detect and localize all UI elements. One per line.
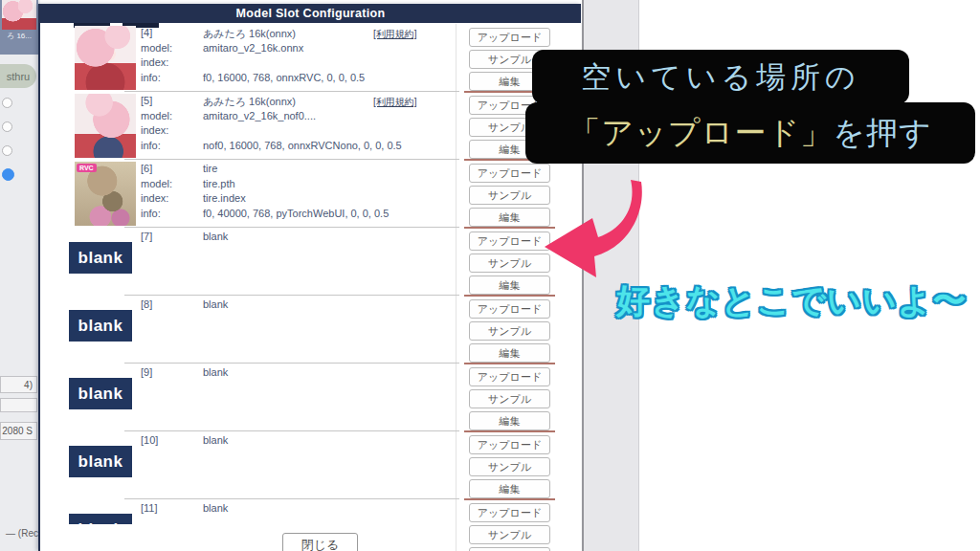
model-slot-configuration-dialog: Model Slot Configuration [4] あみたろ 16k(on… bbox=[38, 4, 581, 551]
slot-thumbnail bbox=[75, 26, 136, 90]
row-separator bbox=[124, 363, 459, 364]
sample-button[interactable]: サンプル bbox=[469, 253, 550, 273]
upload-button[interactable]: アップロード bbox=[469, 503, 550, 522]
index-label: index: bbox=[141, 56, 168, 68]
model-value: amitaro_v2_16k_nof0.... bbox=[203, 110, 316, 121]
slot-id: [8] bbox=[141, 298, 152, 310]
row-separator bbox=[124, 430, 459, 431]
close-button[interactable]: 閉じる bbox=[282, 533, 358, 551]
model-value: tire.pth bbox=[203, 178, 235, 189]
slot-name: blank bbox=[203, 434, 228, 446]
slot-name: tire bbox=[203, 163, 217, 174]
edit-button[interactable]: 編集 bbox=[469, 140, 550, 159]
upload-button[interactable]: アップロード bbox=[469, 96, 550, 115]
background-field[interactable] bbox=[0, 398, 37, 412]
slot-id: [7] bbox=[141, 231, 152, 242]
background-model-tile[interactable]: ろ 16... bbox=[0, 0, 38, 55]
button-column-separator bbox=[464, 363, 555, 364]
model-label: model: bbox=[141, 178, 172, 189]
button-column-separator bbox=[464, 295, 555, 297]
slot-id: [4] bbox=[141, 27, 152, 38]
index-label: index: bbox=[141, 124, 168, 136]
info-label: info: bbox=[141, 208, 161, 219]
slot-id: [9] bbox=[141, 366, 152, 378]
row-separator bbox=[124, 295, 459, 296]
background-field[interactable]: 4) bbox=[0, 376, 37, 393]
radio-checked[interactable] bbox=[2, 168, 14, 181]
info-label: info: bbox=[141, 140, 161, 151]
upload-button[interactable]: アップロード bbox=[469, 435, 550, 454]
model-tile-artwork bbox=[2, 0, 36, 30]
upload-button[interactable]: アップロード bbox=[469, 231, 550, 251]
edit-button[interactable]: 編集 bbox=[469, 479, 550, 498]
edit-button[interactable]: 編集 bbox=[469, 72, 550, 91]
edit-button[interactable]: 編集 bbox=[469, 276, 550, 295]
button-column-separator bbox=[464, 430, 555, 432]
row-separator bbox=[124, 227, 459, 228]
edit-button[interactable]: 編集 bbox=[469, 343, 550, 363]
slot-thumbnail bbox=[75, 94, 136, 158]
sample-button[interactable]: サンプル bbox=[469, 457, 550, 476]
terms-of-use-link[interactable]: [利用規約] bbox=[373, 28, 417, 41]
slot-id: [11] bbox=[141, 502, 158, 514]
slot-name: blank bbox=[203, 231, 228, 242]
info-value: f0, 16000, 768, onnxRVC, 0, 0, 0.5 bbox=[203, 72, 365, 83]
model-label: model: bbox=[141, 42, 172, 54]
info-label: info: bbox=[141, 72, 161, 83]
model-tile-caption: ろ 16... bbox=[0, 31, 38, 41]
radio-unchecked[interactable] bbox=[2, 145, 12, 156]
blank-badge: blank bbox=[69, 310, 132, 342]
upload-button[interactable]: アップロード bbox=[469, 299, 550, 319]
sample-button[interactable]: サンプル bbox=[469, 186, 550, 205]
model-slot-row: blank [7] blank アップロード サンプル 編集 bbox=[40, 228, 581, 296]
model-slot-row: blank [9] blank アップロード サンプル 編集 bbox=[40, 364, 581, 431]
radio-unchecked[interactable] bbox=[2, 98, 12, 108]
sample-button[interactable]: サンプル bbox=[469, 50, 550, 69]
model-slot-row: [4] あみたろ 16k(onnx) [利用規約] model: amitaro… bbox=[40, 24, 581, 92]
upload-button[interactable]: アップロード bbox=[469, 28, 550, 47]
rvc-badge: RVC bbox=[77, 164, 97, 172]
model-label: model: bbox=[141, 110, 172, 121]
dialog-title: Model Slot Configuration bbox=[40, 4, 581, 23]
background-record-label: — (Rec bbox=[0, 528, 38, 539]
button-column-separator bbox=[464, 227, 555, 229]
edit-button[interactable]: 編集 bbox=[469, 411, 550, 430]
row-separator bbox=[124, 91, 459, 92]
sample-button[interactable]: サンプル bbox=[469, 525, 550, 544]
radio-unchecked[interactable] bbox=[2, 121, 12, 132]
slot-id: [5] bbox=[141, 95, 152, 106]
model-slot-row: [5] あみたろ 16k(onnx) [利用規約] model: amitaro… bbox=[40, 92, 581, 160]
edit-button[interactable]: 編集 bbox=[469, 547, 550, 551]
edit-button[interactable]: 編集 bbox=[469, 208, 550, 227]
terms-of-use-link[interactable]: [利用規約] bbox=[373, 96, 417, 109]
slot-name: blank bbox=[203, 366, 228, 378]
background-field-gpu[interactable]: 2080 S bbox=[0, 422, 37, 440]
upload-button[interactable]: アップロード bbox=[469, 367, 550, 386]
index-label: index: bbox=[141, 192, 168, 204]
slot-id: [6] bbox=[141, 163, 152, 174]
blank-badge: blank bbox=[69, 446, 132, 477]
sample-button[interactable]: サンプル bbox=[469, 321, 550, 341]
slot-thumbnail: RVC bbox=[75, 162, 136, 226]
button-column-separator bbox=[464, 498, 555, 500]
slot-name: あみたろ 16k(onnx) bbox=[203, 95, 296, 109]
button-column-separator bbox=[464, 159, 555, 161]
model-slot-row: blank [10] blank アップロード サンプル 編集 bbox=[40, 431, 581, 499]
dialog-footer: 閉じる bbox=[40, 524, 452, 551]
model-slot-list: [4] あみたろ 16k(onnx) [利用規約] model: amitaro… bbox=[40, 24, 581, 551]
sample-button[interactable]: サンプル bbox=[469, 118, 550, 137]
instruction-rest: を押す bbox=[833, 112, 932, 155]
passthru-button[interactable]: sthru bbox=[0, 64, 36, 88]
sample-button[interactable]: サンプル bbox=[469, 389, 550, 408]
slot-name: blank bbox=[203, 502, 228, 514]
index-value: tire.index bbox=[203, 192, 246, 204]
model-value: amitaro_v2_16k.onnx bbox=[203, 42, 303, 54]
screen: ろ 16... sthru 4) 2080 S — (Rec Model Slo… bbox=[0, 0, 980, 551]
info-value: f0, 40000, 768, pyTorchWebUI, 0, 0, 0.5 bbox=[203, 208, 389, 219]
slot-id: [10] bbox=[141, 434, 158, 446]
casual-note: 好きなとこでいいよ〜 bbox=[616, 278, 968, 323]
upload-button[interactable]: アップロード bbox=[469, 164, 550, 183]
blank-badge: blank bbox=[69, 242, 132, 274]
button-column-separator bbox=[464, 91, 555, 93]
slot-name: blank bbox=[203, 298, 228, 310]
